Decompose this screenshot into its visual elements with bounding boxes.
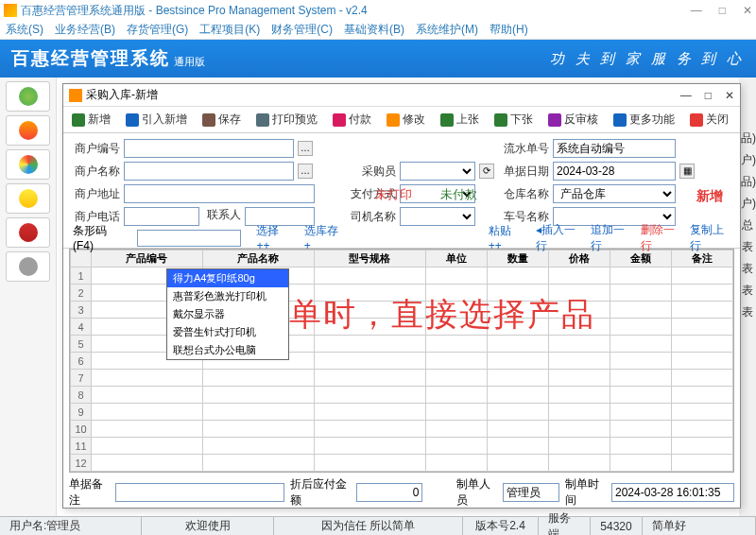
select-driver[interactable] [400, 207, 475, 226]
dialog-minimize-icon[interactable]: — [680, 89, 692, 102]
dialog-icon [69, 89, 82, 102]
input-make-time [611, 483, 734, 502]
right-edge: 品)户)品)户)总表表表表 [739, 78, 756, 516]
label-maker: 制单人员 [456, 476, 497, 509]
main-titlebar: 百惠经营管理系统通用版 - Bestsince Pro Management S… [0, 0, 756, 21]
sidebar-btn-6[interactable] [6, 251, 50, 282]
dialog-close-icon[interactable]: ✕ [725, 89, 734, 102]
table-row[interactable]: 12 [71, 455, 733, 472]
product-dropdown[interactable]: 得力A4复印纸80g惠普彩色激光打印机戴尔显示器爱普生针式打印机联想台式办公电脑 [166, 268, 289, 360]
minimize-icon[interactable]: — [691, 4, 702, 17]
grid-header[interactable]: 产品名称 [202, 250, 314, 268]
toolbar-新增[interactable]: 新增 [67, 110, 115, 129]
status-new: 新增 [696, 188, 723, 205]
input-merchant-addr[interactable] [124, 184, 315, 203]
menu-item[interactable]: 财务管理(C) [271, 22, 333, 38]
sidebar [0, 78, 57, 516]
dropdown-item[interactable]: 戴尔显示器 [167, 305, 288, 323]
app-icon [4, 4, 17, 17]
banner-sub: 通用版 [174, 55, 205, 69]
maximize-icon[interactable]: □ [719, 4, 726, 17]
toolbar-下张[interactable]: 下张 [490, 110, 538, 129]
toolbar-付款[interactable]: 付款 [328, 110, 376, 129]
input-merchant-no[interactable] [124, 139, 294, 158]
label-merchant-no: 商户编号 [71, 141, 120, 157]
close-icon[interactable]: ✕ [743, 4, 752, 17]
dialog-titlebar: 采购入库-新增 — □ ✕ [63, 84, 740, 107]
menu-item[interactable]: 基础资料(B) [344, 22, 404, 38]
toolbar-上张[interactable]: 上张 [436, 110, 484, 129]
banner-title: 百惠经营管理系统 [11, 46, 170, 71]
toolbar-icon [494, 113, 507, 127]
sidebar-btn-2[interactable] [6, 115, 50, 146]
menu-item[interactable]: 业务经营(B) [55, 22, 115, 38]
lookup-name-icon[interactable]: … [298, 164, 313, 179]
menu-item[interactable]: 存货管理(G) [127, 22, 188, 38]
label-bill-date: 单据日期 [500, 164, 549, 180]
grid-ops: 条形码(F4) 选择++ 选库存+ 粘贴++ ◂插入一行 追加一行 删除一行 复… [63, 228, 740, 249]
main-menubar: 系统(S)业务经营(B)存货管理(G)工程项目(K)财务管理(C)基础资料(B)… [0, 21, 756, 40]
dialog-maximize-icon[interactable]: □ [705, 89, 712, 102]
toolbar-保存[interactable]: 保存 [198, 110, 246, 129]
main-statusbar: 用户名:管理员 欢迎使用 因为信任 所以简单 版本号2.4 服务端 54320 … [0, 516, 756, 535]
label-discount: 折后应付金额 [290, 476, 351, 509]
input-merchant-name[interactable] [124, 162, 294, 181]
status-server: 服务端 [539, 517, 591, 535]
lookup-buyer-icon[interactable]: ⟳ [479, 164, 494, 179]
grid-header[interactable]: 型号规格 [314, 250, 425, 268]
select-warehouse[interactable]: 产品仓库 [553, 184, 676, 203]
toolbar-打印预览[interactable]: 打印预览 [251, 110, 322, 129]
link-delete-row[interactable]: 删除一行 [641, 222, 681, 254]
label-merchant-addr: 商户地址 [71, 186, 120, 202]
link-select[interactable]: 选择++ [256, 223, 288, 252]
link-insert-row[interactable]: ◂插入一行 [536, 222, 581, 254]
toolbar-icon [202, 113, 215, 127]
sidebar-btn-3[interactable] [6, 149, 50, 180]
toolbar-更多功能[interactable]: 更多功能 [609, 110, 679, 129]
dropdown-item[interactable]: 联想台式办公电脑 [167, 341, 288, 359]
select-buyer[interactable] [400, 162, 475, 181]
lookup-merchant-icon[interactable]: … [298, 141, 313, 156]
table-row[interactable]: 7 [71, 370, 733, 387]
input-discount[interactable] [356, 483, 422, 502]
toolbar-修改[interactable]: 修改 [382, 110, 430, 129]
table-row[interactable]: 11 [71, 438, 733, 455]
input-serial[interactable] [553, 139, 676, 158]
dropdown-item[interactable]: 得力A4复印纸80g [167, 269, 288, 287]
input-barcode[interactable] [137, 230, 241, 247]
overlay-big-text: 开单时，直接选择产品 [255, 293, 595, 337]
sidebar-btn-4[interactable] [6, 183, 50, 214]
banner-slogan: 功 夫 到 家 服 务 到 心 [550, 50, 745, 68]
status-num: 54320 [591, 517, 643, 535]
link-paste[interactable]: 粘贴++ [489, 223, 521, 252]
dropdown-item[interactable]: 惠普彩色激光打印机 [167, 287, 288, 305]
toolbar-icon [613, 113, 627, 127]
toolbar-引入新增[interactable]: 引入新增 [121, 110, 192, 129]
link-append-row[interactable]: 追加一行 [591, 222, 631, 254]
toolbar-icon [387, 113, 400, 127]
menu-item[interactable]: 系统(S) [6, 22, 43, 38]
grid-header[interactable]: 产品编号 [92, 250, 203, 268]
status-simple: 简单好 [643, 517, 756, 535]
toolbar-反审核[interactable]: 反审核 [543, 110, 603, 129]
input-merchant-tel[interactable] [124, 207, 199, 226]
input-remark[interactable] [115, 483, 284, 502]
sidebar-btn-5[interactable] [6, 217, 50, 248]
grid-header[interactable]: 单位 [425, 250, 487, 268]
input-bill-date[interactable] [553, 162, 676, 181]
label-driver: 司机名称 [351, 209, 396, 225]
menu-item[interactable]: 工程项目(K) [199, 22, 260, 38]
toolbar-关闭[interactable]: 关闭 [685, 110, 733, 129]
sidebar-btn-1[interactable] [6, 81, 50, 112]
table-row[interactable]: 9 [71, 404, 733, 421]
label-warehouse: 仓库名称 [500, 186, 549, 202]
link-sel-stock[interactable]: 选库存+ [304, 223, 341, 252]
menu-item[interactable]: 系统维护(M) [416, 22, 478, 38]
link-copy-up[interactable]: 复制上行 [690, 222, 730, 254]
status-welcome: 欢迎使用 [142, 517, 274, 535]
table-row[interactable]: 8 [71, 387, 733, 404]
table-row[interactable]: 10 [71, 421, 733, 438]
dropdown-item[interactable]: 爱普生针式打印机 [167, 323, 288, 341]
menu-item[interactable]: 帮助(H) [490, 22, 528, 38]
calendar-icon[interactable]: ▦ [679, 164, 695, 179]
